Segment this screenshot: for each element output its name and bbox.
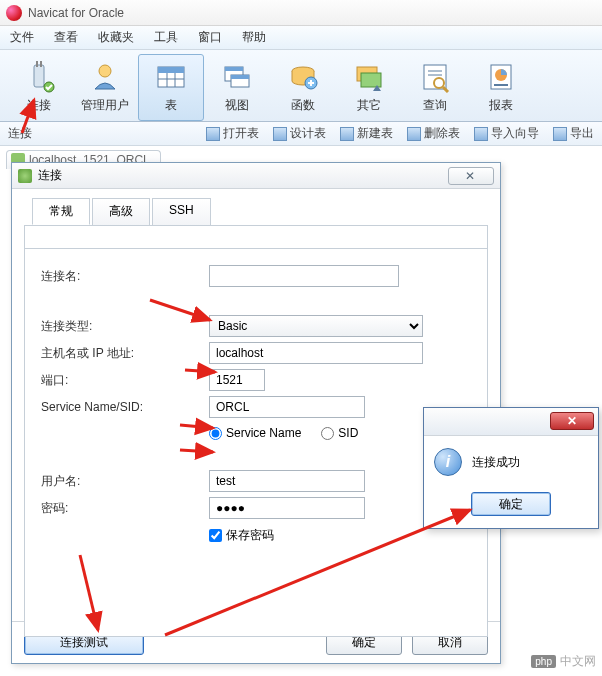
label-password: 密码:	[41, 500, 209, 517]
ribbon-view[interactable]: 视图	[204, 54, 270, 121]
other-icon	[353, 61, 385, 93]
menu-file[interactable]: 文件	[10, 29, 34, 46]
ribbon-label: 其它	[357, 97, 381, 114]
svg-rect-1	[36, 61, 38, 67]
ribbon-function[interactable]: 函数	[270, 54, 336, 121]
input-port[interactable]	[209, 369, 265, 391]
table-icon	[155, 61, 187, 93]
tbtn-delete-table[interactable]: 删除表	[407, 125, 460, 142]
ribbon-toolbar: 连接 管理用户 表 视图 函数 其它 查询	[0, 50, 602, 122]
watermark: php 中文网	[531, 653, 596, 670]
report-icon	[485, 61, 517, 93]
ribbon-query[interactable]: 查询	[402, 54, 468, 121]
table-mini-icon	[474, 127, 488, 141]
tbtn-import-wizard[interactable]: 导入向导	[474, 125, 539, 142]
svg-point-4	[99, 65, 111, 77]
table-mini-icon	[553, 127, 567, 141]
message-box-text: 连接成功	[472, 454, 520, 471]
ribbon-label: 表	[165, 97, 177, 114]
label-port: 端口:	[41, 372, 209, 389]
menu-favorites[interactable]: 收藏夹	[98, 29, 134, 46]
radio-service-name[interactable]: Service Name	[209, 426, 301, 440]
input-host[interactable]	[209, 342, 423, 364]
ribbon-other[interactable]: 其它	[336, 54, 402, 121]
view-icon	[221, 61, 253, 93]
table-mini-icon	[407, 127, 421, 141]
svg-rect-0	[34, 65, 44, 87]
ribbon-table[interactable]: 表	[138, 54, 204, 121]
label-host: 主机名或 IP 地址:	[41, 345, 209, 362]
menu-view[interactable]: 查看	[54, 29, 78, 46]
plug-icon	[23, 61, 55, 93]
label-user: 用户名:	[41, 473, 209, 490]
ribbon-label: 连接	[27, 97, 51, 114]
tbtn-new-table[interactable]: 新建表	[340, 125, 393, 142]
radio-sid-input[interactable]	[321, 427, 334, 440]
svg-line-23	[443, 87, 448, 92]
menu-tools[interactable]: 工具	[154, 29, 178, 46]
label-connection-type: 连接类型:	[41, 318, 209, 335]
info-icon: i	[434, 448, 462, 476]
tbtn-open-table[interactable]: 打开表	[206, 125, 259, 142]
message-box-close-button[interactable]: ✕	[550, 412, 594, 430]
tbtn-export[interactable]: 导出	[553, 125, 594, 142]
checkbox-save-password-input[interactable]	[209, 529, 222, 542]
input-sid[interactable]	[209, 396, 365, 418]
dialog-title: 连接	[38, 167, 62, 184]
table-mini-icon	[340, 127, 354, 141]
ribbon-users[interactable]: 管理用户	[72, 54, 138, 121]
svg-rect-26	[494, 84, 508, 86]
select-connection-type[interactable]: Basic	[209, 315, 423, 337]
input-user[interactable]	[209, 470, 365, 492]
menu-window[interactable]: 窗口	[198, 29, 222, 46]
menubar: 文件 查看 收藏夹 工具 窗口 帮助	[0, 26, 602, 50]
ribbon-label: 报表	[489, 97, 513, 114]
dialog-tabs: 常规 高级 SSH	[32, 198, 488, 225]
function-icon	[287, 61, 319, 93]
svg-rect-6	[158, 67, 184, 73]
svg-rect-17	[361, 73, 381, 87]
radio-service-name-input[interactable]	[209, 427, 222, 440]
svg-rect-11	[225, 67, 243, 71]
app-logo-icon	[6, 5, 22, 21]
svg-rect-13	[231, 75, 249, 79]
tab-general[interactable]: 常规	[32, 198, 90, 225]
tab-panel-general: 连接名: 连接类型: Basic 主机名或 IP 地址: 端口: Service…	[25, 248, 487, 636]
close-icon: ✕	[465, 169, 477, 183]
label-connection-name: 连接名:	[41, 268, 209, 285]
table-mini-icon	[206, 127, 220, 141]
ribbon-label: 视图	[225, 97, 249, 114]
label-sid: Service Name/SID:	[41, 400, 209, 414]
table-mini-icon	[273, 127, 287, 141]
dialog-close-button[interactable]: ✕	[448, 167, 494, 185]
watermark-text: 中文网	[560, 653, 596, 670]
message-box-ok-button[interactable]: 确定	[471, 492, 551, 516]
query-icon	[419, 61, 451, 93]
user-icon	[89, 61, 121, 93]
tab-advanced[interactable]: 高级	[92, 198, 150, 225]
app-title: Navicat for Oracle	[28, 6, 124, 20]
radio-sid[interactable]: SID	[321, 426, 358, 440]
svg-rect-2	[40, 61, 42, 67]
subtoolbar-left-label: 连接	[8, 125, 32, 142]
input-password[interactable]	[209, 497, 365, 519]
menu-help[interactable]: 帮助	[242, 29, 266, 46]
dialog-titlebar[interactable]: 连接 ✕	[12, 163, 500, 189]
ribbon-label: 函数	[291, 97, 315, 114]
ribbon-label: 管理用户	[81, 97, 129, 114]
tbtn-design-table[interactable]: 设计表	[273, 125, 326, 142]
sub-toolbar: 连接 打开表 设计表 新建表 删除表 导入向导 导出	[0, 122, 602, 146]
plug-icon	[18, 169, 32, 183]
input-connection-name[interactable]	[209, 265, 399, 287]
watermark-badge: php	[531, 655, 556, 668]
message-box: ✕ i 连接成功 确定	[423, 407, 599, 529]
message-box-titlebar[interactable]: ✕	[424, 408, 598, 436]
checkbox-save-password[interactable]: 保存密码	[209, 527, 471, 544]
titlebar: Navicat for Oracle	[0, 0, 602, 26]
tab-ssh[interactable]: SSH	[152, 198, 211, 225]
ribbon-report[interactable]: 报表	[468, 54, 534, 121]
ribbon-connect[interactable]: 连接	[6, 54, 72, 121]
ribbon-label: 查询	[423, 97, 447, 114]
close-icon: ✕	[567, 414, 577, 428]
